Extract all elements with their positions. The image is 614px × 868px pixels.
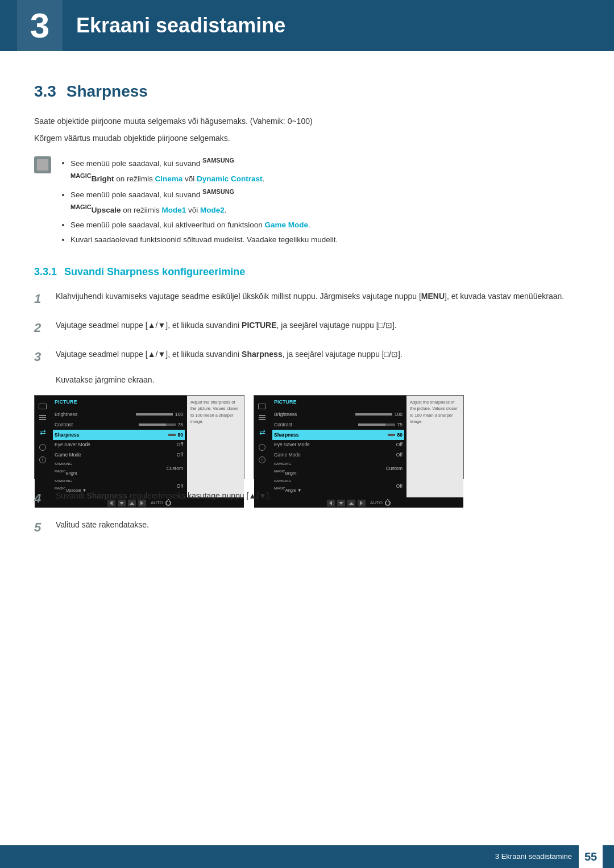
brand-bright: Bright bbox=[92, 174, 114, 182]
magic-bright-label: SAMSUNGMAGICBright bbox=[55, 462, 77, 476]
left-sidebar-icons: ⇄ i bbox=[35, 396, 51, 497]
brightness-label: Brightness bbox=[55, 411, 77, 418]
right-info-panel-left: Adjust the sharpness of the picture. Val… bbox=[187, 396, 244, 497]
brightness-bar bbox=[136, 413, 173, 416]
step-num-4: 4 bbox=[34, 488, 48, 508]
note-item-1: See menüü pole saadaval, kui suvand SAMS… bbox=[70, 155, 338, 186]
menu-magic-bright-r: SAMSUNGMAGICBright Custom bbox=[274, 460, 403, 477]
page-footer: 3 Ekraani seadistamine 55 bbox=[0, 845, 614, 868]
contrast-slider: 75 bbox=[139, 421, 183, 429]
note-item-4: Kuvari saadaolevad funktsioonid sõltuvad… bbox=[70, 233, 338, 247]
gear-icon bbox=[39, 444, 46, 451]
screen-preview-left: ⇄ i PICTURE Brightnes bbox=[34, 395, 244, 479]
highlight-dynamic-contrast: Dynamic Contrast bbox=[197, 174, 263, 182]
step-3: 3 Vajutage seadmel nuppe [▲/▼], et liiku… bbox=[34, 347, 580, 386]
section-heading: 3.3 Sharpness bbox=[34, 80, 580, 103]
contrast-slider-r: 75 bbox=[358, 421, 403, 429]
page-container: 3 Ekraani seadistamine 3.3 Sharpness Saa… bbox=[0, 0, 614, 868]
menu-eye-saver: Eye Saver Mode Off bbox=[55, 440, 183, 450]
step-num-5: 5 bbox=[34, 517, 48, 537]
sharpness-fill-r bbox=[358, 434, 388, 436]
sidebar-icon-info-r: i bbox=[259, 456, 265, 463]
brightness-bar-r bbox=[355, 413, 392, 416]
sharpness-slider: 80 bbox=[139, 431, 183, 439]
brightness-value-r: 100 bbox=[395, 411, 403, 418]
highlight-mode1: Mode1 bbox=[161, 206, 186, 214]
step-5: 5 Valitud säte rakendatakse. bbox=[34, 517, 580, 537]
menu-brightness: Brightness 100 bbox=[55, 410, 183, 420]
notes-section: See menüü pole saadaval, kui suvand SAMS… bbox=[34, 155, 580, 248]
menu-content-right: PICTURE Brightness 100 Contrast bbox=[270, 396, 406, 497]
sharpness-label-r: Sharpness bbox=[274, 431, 298, 439]
menu-contrast: Contrast 75 bbox=[55, 420, 183, 430]
step4-bold: Sharpness bbox=[86, 491, 127, 500]
lines-icon-r bbox=[259, 415, 265, 420]
contrast-value: 75 bbox=[178, 421, 183, 429]
menu-magic-bright: SAMSUNGMAGICBright Custom bbox=[55, 460, 183, 477]
notes-list: See menüü pole saadaval, kui suvand SAMS… bbox=[59, 155, 338, 248]
contrast-fill-r bbox=[358, 423, 386, 426]
menu-eye-saver-r: Eye Saver Mode Off bbox=[274, 440, 403, 450]
menu-game-mode: Game Mode Off bbox=[55, 450, 183, 460]
sidebar-icon-tv-r bbox=[258, 404, 266, 409]
brightness-fill-r bbox=[355, 413, 392, 416]
menu-sharpness-active-r: Sharpness 80 bbox=[272, 430, 404, 440]
chapter-title: Ekraani seadistamine bbox=[76, 10, 285, 41]
step3-subtext: Kuvatakse järgmine ekraan. bbox=[56, 375, 155, 384]
chapter-number-box: 3 bbox=[17, 0, 63, 51]
screen-desc-left: Adjust the sharpness of the picture. Val… bbox=[190, 400, 238, 424]
picture-header-left: PICTURE bbox=[55, 398, 183, 406]
icon-line-3r bbox=[259, 419, 265, 420]
eye-saver-value-r: Off bbox=[396, 441, 403, 448]
footer-chapter-text: 3 Ekraani seadistamine bbox=[495, 851, 572, 862]
contrast-bar-r bbox=[358, 423, 395, 426]
eye-saver-label: Eye Saver Mode bbox=[55, 441, 90, 448]
gear-icon-r bbox=[259, 444, 265, 451]
step-4: 4 Suvandi Sharpness reguleerimiseks kasu… bbox=[34, 488, 580, 508]
step-num-2: 2 bbox=[34, 318, 48, 338]
steps-list-cont: 4 Suvandi Sharpness reguleerimiseks kasu… bbox=[34, 488, 580, 537]
step-1: 1 Klahvijuhendi kuvamiseks vajutage sead… bbox=[34, 289, 580, 309]
step-text-2: Vajutage seadmel nuppe [▲/▼], et liikuda… bbox=[56, 318, 580, 338]
step-2: 2 Vajutage seadmel nuppe [▲/▼], et liiku… bbox=[34, 318, 580, 338]
intro-line1: Saate objektide piirjoone muuta selgemak… bbox=[34, 115, 580, 127]
step2-bold: PICTURE bbox=[242, 321, 276, 330]
tv-icon bbox=[39, 404, 47, 409]
highlight-game-mode: Game Mode bbox=[264, 221, 308, 229]
step-text-1: Klahvijuhendi kuvamiseks vajutage seadme… bbox=[56, 289, 580, 309]
magic-bright-label-r: SAMSUNGMAGICBright bbox=[274, 462, 296, 476]
info-icon: i bbox=[39, 456, 46, 463]
note-item-3: See menüü pole saadaval, kui aktiveeritu… bbox=[70, 218, 338, 232]
icon-line-2 bbox=[39, 417, 46, 418]
magic-bright-value-r: Custom bbox=[386, 465, 403, 472]
menu-contrast-r: Contrast 75 bbox=[274, 420, 403, 430]
menu-sharpness-active: Sharpness 80 bbox=[53, 430, 185, 440]
step-num-3: 3 bbox=[34, 347, 48, 386]
step3-bold: Sharpness bbox=[242, 350, 283, 359]
section-title: Sharpness bbox=[67, 82, 148, 100]
game-mode-label: Game Mode bbox=[55, 451, 81, 459]
step-text-4: Suvandi Sharpness reguleerimiseks kasuta… bbox=[56, 488, 580, 508]
sidebar-icon-arrows-r: ⇄ bbox=[259, 426, 265, 439]
sharpness-bar bbox=[139, 434, 176, 436]
brightness-fill bbox=[136, 413, 173, 416]
contrast-bar bbox=[139, 423, 176, 426]
main-content: 3.3 Sharpness Saate objektide piirjoone … bbox=[0, 51, 614, 592]
contrast-label-r: Contrast bbox=[274, 421, 292, 429]
right-sidebar-icons: ⇄ i bbox=[254, 396, 270, 497]
sidebar-icon-gear-r bbox=[259, 444, 265, 451]
icon-line-3 bbox=[39, 419, 46, 420]
game-mode-value: Off bbox=[177, 451, 183, 459]
note-item-2: See menüü pole saadaval, kui suvand SAMS… bbox=[70, 186, 338, 217]
sharpness-bar-r bbox=[358, 434, 395, 436]
magic-bright-value: Custom bbox=[167, 465, 183, 472]
brand-upscale: Upscale bbox=[92, 206, 121, 214]
menu-content-left: PICTURE Brightness 100 Contrast bbox=[51, 396, 187, 497]
subsection-title: Suvandi Sharpness konfigureerimine bbox=[64, 266, 245, 277]
sharpness-value: 80 bbox=[178, 431, 183, 439]
menu-brightness-r: Brightness 100 bbox=[274, 410, 403, 420]
icon-line-2r bbox=[259, 417, 265, 418]
footer-page-number: 55 bbox=[579, 845, 603, 868]
sidebar-icon-lines-r bbox=[259, 415, 265, 420]
step-text-5: Valitud säte rakendatakse. bbox=[56, 517, 580, 537]
